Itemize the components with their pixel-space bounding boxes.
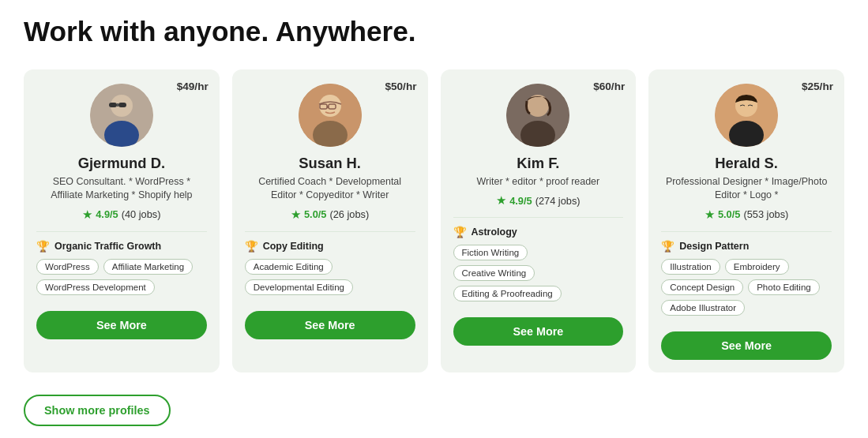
skills-section: 🏆 Organic Traffic Growth WordPressAffili… [36,240,207,300]
avatar [299,84,362,147]
featured-skill: 🏆 Copy Editing [245,240,415,253]
profile-card-1: $49/hr Gjermund D. SEO Consultant. * Wor… [24,69,220,372]
skills-section: 🏆 Copy Editing Academic EditingDevelopme… [245,240,415,300]
featured-skill-label: Astrology [472,226,517,238]
skill-tags-row: WordPressAffiliate MarketingWordPress De… [36,259,207,295]
freelancer-description: Writer * editor * proof reader [477,175,600,189]
card-rate: $49/hr [177,80,209,92]
job-count: (40 jobs) [122,208,161,220]
skill-tags-row: Editing & Proofreading [453,286,624,301]
star-icon: ★ [291,208,301,222]
show-more-profiles-button[interactable]: Show more profiles [24,395,171,426]
card-divider [661,231,832,232]
featured-skill: 🏆 Organic Traffic Growth [36,240,207,253]
svg-rect-5 [117,103,118,107]
skill-tags-row: Fiction Writing [453,245,624,260]
skill-tag: WordPress Development [36,279,155,295]
skill-tag: Editing & Proofreading [453,286,562,301]
card-divider [453,217,624,218]
see-more-button[interactable]: See More [661,331,832,360]
star-icon: ★ [82,208,92,222]
see-more-button[interactable]: See More [36,311,207,339]
skill-tag: Academic Editing [245,259,333,275]
profile-card-4: $25/hr Herald S. Professional Designer *… [648,69,844,372]
card-rating: ★ 5.0/5 (26 jobs) [291,208,369,222]
skill-tag: Affiliate Marketing [103,259,193,275]
trophy-icon: 🏆 [661,240,674,253]
skills-section: 🏆 Astrology Fiction Writing Creative Wri… [453,226,624,306]
skill-tag: Adobe Illustrator [661,300,745,316]
rating-score: 5.0/5 [304,208,326,220]
see-more-button[interactable]: See More [245,311,415,339]
card-rate: $25/hr [802,80,833,92]
svg-rect-4 [118,103,126,107]
featured-skill: 🏆 Astrology [453,226,624,238]
svg-rect-3 [109,103,117,107]
skill-tag: Illustration [661,259,720,275]
featured-skill-label: Copy Editing [263,241,324,252]
featured-skill: 🏆 Design Pattern [661,240,832,253]
trophy-icon: 🏆 [36,240,50,253]
card-rate: $50/hr [385,80,416,92]
card-divider [36,231,207,232]
card-rating: ★ 4.9/5 (274 jobs) [496,193,580,208]
card-divider [245,231,415,232]
card-rating: ★ 5.0/5 (553 jobs) [705,208,788,222]
skill-tags-row: Concept DesignPhoto Editing [661,279,832,295]
profile-card-2: $50/hr Susan H. Certified Coach * Develo… [232,69,428,372]
card-rating: ★ 4.9/5 (40 jobs) [82,208,160,222]
rating-score: 5.0/5 [718,208,740,220]
skill-tag: Concept Design [661,279,743,295]
featured-skill-label: Organic Traffic Growth [54,241,161,252]
star-icon: ★ [705,208,715,222]
skill-tags-row: Academic EditingDevelopmental Editing [245,259,415,295]
see-more-button[interactable]: See More [453,317,624,346]
freelancer-name: Herald S. [715,155,778,172]
skill-tag: Developmental Editing [245,279,353,295]
skills-section: 🏆 Design Pattern IllustrationEmbroideryC… [661,240,832,320]
freelancer-name: Susan H. [299,155,361,172]
featured-skill-label: Design Pattern [679,241,749,252]
avatar [506,84,569,147]
freelancer-name: Gjermund D. [78,155,165,172]
rating-score: 4.9/5 [96,208,118,220]
skill-tag: Photo Editing [748,279,820,295]
skill-tag: WordPress [36,259,99,275]
avatar [90,84,153,147]
card-rate: $60/hr [593,80,625,92]
svg-rect-11 [327,106,329,108]
trophy-icon: 🏆 [453,226,467,238]
profiles-grid: $49/hr Gjermund D. SEO Consultant. * Wor… [24,69,844,372]
star-icon: ★ [496,193,506,208]
job-count: (26 jobs) [329,208,369,220]
skill-tag: Fiction Writing [453,245,528,260]
trophy-icon: 🏆 [245,240,258,253]
skill-tags-row: IllustrationEmbroidery [661,259,832,275]
skill-tag: Embroidery [725,259,789,275]
avatar [715,84,778,147]
job-count: (274 jobs) [535,195,581,207]
page-title: Work with anyone. Anywhere. [24,16,844,47]
skill-tags-row: Adobe Illustrator [661,300,832,316]
freelancer-description: Professional Designer * Image/Photo Edit… [661,175,832,203]
freelancer-name: Kim F. [517,155,559,172]
profile-card-3: $60/hr Kim F. Writer * editor * proof re… [441,69,637,372]
freelancer-description: SEO Consultant. * WordPress * Affiliate … [36,175,207,203]
skill-tag: Creative Writing [453,265,535,281]
freelancer-description: Certified Coach * Developmental Editor *… [245,175,415,203]
job-count: (553 jobs) [743,208,788,220]
skill-tags-row: Creative Writing [453,265,624,281]
rating-score: 4.9/5 [509,195,532,207]
